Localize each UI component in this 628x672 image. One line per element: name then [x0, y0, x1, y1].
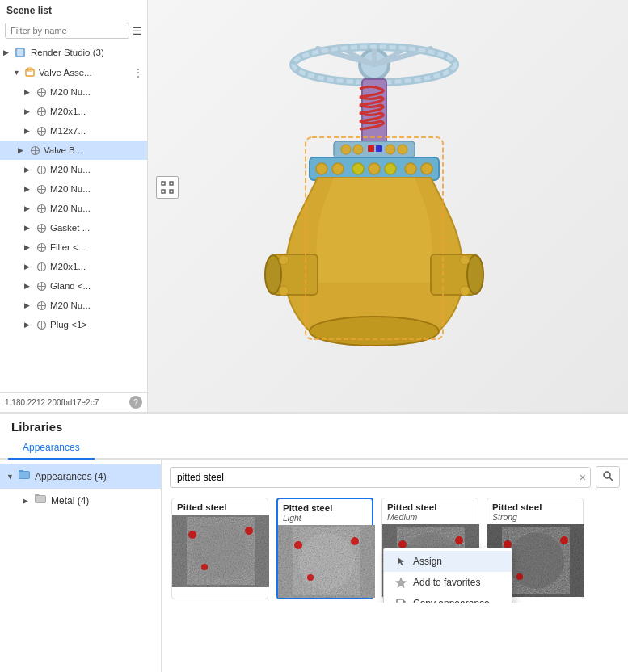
copy-appearance-label: Copy appearance: [413, 598, 490, 603]
item-6-label: Gasket ...: [50, 220, 144, 236]
item-10-arrow: ▶: [24, 297, 34, 313]
scene-filter-input[interactable]: [5, 23, 129, 39]
item-7-arrow: ▶: [24, 239, 34, 255]
svg-point-66: [421, 163, 432, 174]
context-menu-favorites[interactable]: Add to favorites: [384, 572, 512, 593]
item-9-arrow: ▶: [24, 278, 34, 294]
tree-item-valve-b[interactable]: ▶ Valve B...: [0, 141, 147, 160]
item-10-icon: [36, 300, 47, 311]
svg-point-61: [332, 163, 344, 174]
item-0-label: M20 Nu...: [50, 84, 144, 100]
item-1-label: M20x1...: [50, 103, 144, 120]
search-input[interactable]: [170, 467, 591, 488]
filter-list-icon[interactable]: ☰: [133, 25, 142, 37]
lib-sidebar: ▼ Appearances (4) ▶ Metal (4): [0, 460, 162, 672]
scene-tree-root[interactable]: ▶ Render Studio (3): [0, 42, 147, 63]
item-4-icon: [36, 183, 47, 195]
lib-metal-item[interactable]: ▶ Metal (4): [0, 489, 161, 513]
help-icon[interactable]: ?: [129, 396, 142, 409]
star-icon: [395, 577, 407, 588]
context-menu: Assign Add to favorites: [383, 548, 512, 603]
appearances-expand-arrow: ▼: [6, 468, 18, 485]
svg-marker-99: [396, 578, 407, 588]
item-4-arrow: ▶: [24, 181, 34, 197]
scene-panel-title: Scene list: [0, 0, 147, 19]
version-bar: 1.180.2212.200fbd17e2c7 ?: [0, 392, 147, 412]
card-2-sub: Medium: [382, 512, 478, 524]
tree-item-3[interactable]: ▶ M20 Nu...: [0, 160, 147, 179]
context-menu-copy[interactable]: Copy appearance: [384, 593, 512, 603]
svg-point-63: [369, 163, 380, 174]
cursor-icon: [395, 556, 407, 567]
card-1-title: Pitted steel: [278, 499, 372, 513]
svg-point-91: [188, 531, 196, 539]
card-2-title: Pitted steel: [382, 498, 478, 512]
search-magnifier-icon: [602, 470, 613, 481]
item-9-label: Gland <...: [50, 278, 144, 294]
tree-item-8[interactable]: ▶ M20x1...: [0, 257, 147, 276]
tree-item-2[interactable]: ▶ M12x7...: [0, 121, 147, 141]
svg-point-64: [385, 163, 396, 174]
svg-point-74: [460, 286, 470, 296]
svg-point-55: [386, 145, 395, 154]
svg-point-60: [316, 163, 327, 174]
card-0-title: Pitted steel: [172, 498, 268, 512]
svg-point-96: [294, 541, 302, 549]
tree-item-11[interactable]: ▶ Plug <1>: [0, 315, 147, 334]
item-3-arrow: ▶: [24, 162, 34, 178]
item-2-label: M12x7...: [50, 123, 144, 139]
assembly-label: Valve Asse...: [39, 65, 129, 81]
item-1-arrow: ▶: [24, 103, 34, 120]
svg-rect-57: [368, 145, 374, 152]
metal-label: Metal (4): [51, 492, 89, 510]
tree-item-1[interactable]: ▶ M20x1...: [0, 102, 147, 121]
svg-point-56: [398, 145, 407, 154]
assembly-dots[interactable]: ⋮: [133, 65, 144, 81]
assembly-icon: [24, 67, 36, 78]
tree-item-7[interactable]: ▶ Filler <...: [0, 237, 147, 257]
svg-point-90: [192, 523, 249, 579]
tree-item-4[interactable]: ▶ M20 Nu...: [0, 179, 147, 199]
appearances-grid: Pitted steel: [170, 494, 620, 603]
viewport-inner: [148, 0, 628, 412]
valve-b-arrow: ▶: [18, 142, 27, 158]
item-11-icon: [36, 319, 47, 330]
assembly-item[interactable]: ▼ Valve Asse... ⋮: [0, 63, 147, 82]
search-button[interactable]: [596, 466, 620, 488]
svg-rect-79: [162, 190, 165, 193]
svg-point-73: [460, 255, 470, 265]
svg-rect-77: [162, 182, 165, 185]
item-6-icon: [36, 222, 47, 233]
valve-b-icon: [29, 145, 40, 156]
focus-icon[interactable]: [156, 176, 179, 199]
libraries-section: Libraries Appearances ▼ Appearances (4) …: [0, 412, 628, 672]
lib-appearances-item[interactable]: ▼ Appearances (4): [0, 464, 161, 489]
appearance-card-1[interactable]: Pitted steel Light: [276, 498, 373, 599]
svg-rect-78: [170, 182, 173, 185]
tab-appearances[interactable]: Appearances: [8, 437, 95, 460]
item-8-label: M20x1...: [50, 258, 144, 275]
item-7-icon: [36, 242, 47, 253]
search-input-wrap: ×: [170, 467, 591, 488]
svg-rect-86: [36, 496, 45, 502]
tree-item-0[interactable]: ▶ M20 Nu...: [0, 82, 147, 102]
tree-item-5[interactable]: ▶ M20 Nu...: [0, 199, 147, 218]
svg-point-92: [245, 527, 253, 535]
svg-point-105: [455, 536, 463, 544]
copy-icon: [395, 598, 407, 603]
tree-item-10[interactable]: ▶ M20 Nu...: [0, 296, 147, 315]
lib-content: × Pitted steel: [162, 460, 628, 672]
context-menu-assign[interactable]: Assign: [384, 551, 512, 572]
libraries-content: ▼ Appearances (4) ▶ Metal (4) ×: [0, 460, 628, 672]
item-2-icon: [36, 125, 47, 136]
card-3-title: Pitted steel: [487, 498, 583, 512]
tree-item-6[interactable]: ▶ Gasket ...: [0, 218, 147, 237]
appearance-card-0[interactable]: Pitted steel: [171, 498, 268, 599]
scene-tree: ▶ Render Studio (3) ▼ Valve Asse... ⋮ ▶: [0, 42, 147, 392]
item-5-icon: [36, 203, 47, 214]
item-11-arrow: ▶: [24, 317, 34, 333]
tree-item-9[interactable]: ▶ Gland <...: [0, 276, 147, 296]
item-0-icon: [36, 86, 47, 98]
search-clear-icon[interactable]: ×: [580, 471, 586, 484]
svg-point-87: [604, 472, 610, 478]
